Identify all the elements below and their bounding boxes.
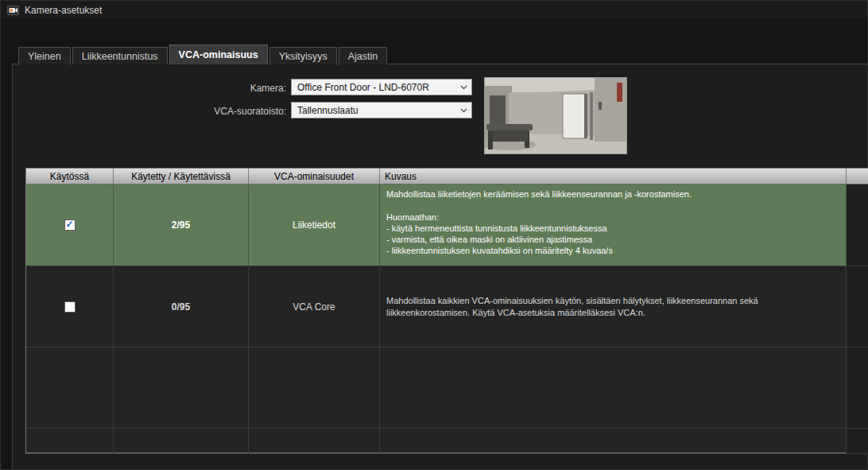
header-vca-ominaisuudet: VCA-ominaisuudet xyxy=(249,169,380,185)
window-title: Kamera-asetukset xyxy=(25,5,102,16)
titlebar: Kamera-asetukset xyxy=(1,1,867,20)
vca-feature-table: Käytössä Käytetty / Käytettävissä VCA-om… xyxy=(25,168,868,453)
enabled-checkbox[interactable]: ✓ xyxy=(64,301,76,313)
empty-cell xyxy=(249,348,380,429)
camera-preview-image xyxy=(484,77,627,154)
empty-cell xyxy=(380,348,847,429)
check-icon: ✓ xyxy=(65,219,73,229)
used-available-value[interactable]: 2/95 xyxy=(114,185,249,266)
empty-cell xyxy=(847,266,868,348)
empty-cell xyxy=(114,429,249,454)
vca-stream-select-value: Tallennuslaatu xyxy=(297,105,358,116)
empty-cell xyxy=(249,429,380,454)
tab-bar: Yleinen Liikkeentunnistus VCA-ominaisuus… xyxy=(18,45,387,64)
header-spacer xyxy=(847,169,868,185)
chevron-down-icon xyxy=(460,85,467,90)
camera-icon xyxy=(7,4,19,16)
header-kuvaus: Kuvaus xyxy=(380,169,847,185)
vca-stream-select[interactable]: Tallennuslaatu xyxy=(291,102,472,118)
camera-select[interactable]: Office Front Door - LND-6070R xyxy=(291,79,472,95)
feature-name[interactable]: VCA Core xyxy=(249,266,380,348)
header-kaytetty: Käytetty / Käytettävissä xyxy=(114,169,249,185)
feature-description[interactable]: Mahdollistaa liiketietojen keräämisen se… xyxy=(380,185,847,266)
table-row-cell[interactable]: ✓ xyxy=(26,266,114,348)
camera-label: Kamera: xyxy=(113,83,286,94)
empty-cell xyxy=(114,348,249,429)
chevron-down-icon xyxy=(460,108,467,113)
feature-description[interactable]: Mahdollistaa kaikkien VCA-ominaisuuksien… xyxy=(380,266,847,348)
used-available-value[interactable]: 0/95 xyxy=(114,266,249,348)
vca-stream-label: VCA-suoratoisto: xyxy=(113,106,286,117)
enabled-checkbox[interactable]: ✓ xyxy=(64,219,76,231)
empty-cell xyxy=(26,348,114,429)
tab-ajastin[interactable]: Ajastin xyxy=(339,47,388,64)
tab-yksityisyys[interactable]: Yksityisyys xyxy=(269,47,337,64)
empty-cell xyxy=(847,429,868,454)
empty-cell xyxy=(847,348,868,429)
settings-panel: Kamera: Office Front Door - LND-6070R VC… xyxy=(12,64,867,469)
header-kaytossa: Käytössä xyxy=(26,169,114,185)
camera-select-value: Office Front Door - LND-6070R xyxy=(297,82,429,93)
tab-yleinen[interactable]: Yleinen xyxy=(18,47,71,64)
empty-cell xyxy=(26,429,114,454)
camera-settings-window: Kamera-asetukset Yleinen Liikkeentunnist… xyxy=(0,0,868,470)
tab-liikkeentunnistus[interactable]: Liikkeentunnistus xyxy=(72,47,168,64)
tab-vca-ominaisuus[interactable]: VCA-ominaisuus xyxy=(169,45,268,64)
feature-name[interactable]: Liiketiedot xyxy=(249,185,380,266)
table-row-cell[interactable]: ✓ xyxy=(26,185,114,266)
empty-cell xyxy=(380,429,847,454)
empty-cell xyxy=(847,185,868,266)
